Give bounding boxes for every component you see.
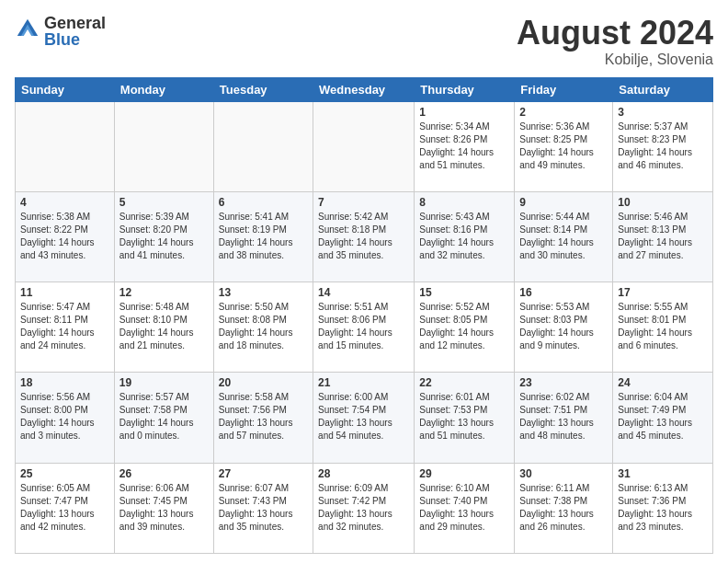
calendar-cell-2-6: 17Sunrise: 5:55 AM Sunset: 8:01 PM Dayli… [613,282,713,373]
calendar-cell-2-1: 12Sunrise: 5:48 AM Sunset: 8:10 PM Dayli… [114,282,213,373]
day-number-22: 22 [419,376,509,389]
calendar-cell-3-4: 22Sunrise: 6:01 AM Sunset: 7:53 PM Dayli… [415,373,515,463]
day-info-2: Sunrise: 5:36 AM Sunset: 8:25 PM Dayligh… [519,121,608,172]
day-info-28: Sunrise: 6:09 AM Sunset: 7:42 PM Dayligh… [318,482,409,534]
day-info-10: Sunrise: 5:46 AM Sunset: 8:13 PM Dayligh… [618,211,708,262]
day-number-21: 21 [318,376,409,389]
col-wednesday: Wednesday [313,77,415,101]
calendar-cell-2-5: 16Sunrise: 5:53 AM Sunset: 8:03 PM Dayli… [515,282,613,373]
calendar-row-2: 4Sunrise: 5:38 AM Sunset: 8:22 PM Daylig… [16,191,713,282]
day-number-23: 23 [519,376,608,389]
calendar-table: Sunday Monday Tuesday Wednesday Thursday… [15,77,713,554]
day-info-23: Sunrise: 6:02 AM Sunset: 7:51 PM Dayligh… [519,391,608,442]
day-info-9: Sunrise: 5:44 AM Sunset: 8:14 PM Dayligh… [519,211,608,262]
day-number-12: 12 [119,286,209,299]
col-tuesday: Tuesday [213,77,313,101]
page: General Blue August 2024 Kobilje, Sloven… [0,0,728,563]
day-number-6: 6 [219,196,308,209]
day-number-25: 25 [20,467,109,480]
day-info-30: Sunrise: 6:11 AM Sunset: 7:38 PM Dayligh… [519,482,608,534]
calendar-cell-2-0: 11Sunrise: 5:47 AM Sunset: 8:11 PM Dayli… [16,282,115,373]
calendar-cell-4-6: 31Sunrise: 6:13 AM Sunset: 7:36 PM Dayli… [613,463,713,553]
calendar-cell-1-3: 7Sunrise: 5:42 AM Sunset: 8:18 PM Daylig… [313,191,415,282]
day-number-19: 19 [119,376,209,389]
location: Kobilje, Slovenia [517,52,713,68]
day-info-22: Sunrise: 6:01 AM Sunset: 7:53 PM Dayligh… [419,391,509,442]
calendar-cell-3-5: 23Sunrise: 6:02 AM Sunset: 7:51 PM Dayli… [515,373,613,463]
header: General Blue August 2024 Kobilje, Sloven… [15,15,713,68]
day-info-18: Sunrise: 5:56 AM Sunset: 8:00 PM Dayligh… [20,391,109,442]
logo-blue-text: Blue [44,31,106,48]
day-info-14: Sunrise: 5:51 AM Sunset: 8:06 PM Dayligh… [318,301,409,352]
title-area: August 2024 Kobilje, Slovenia [517,15,713,68]
calendar-row-5: 25Sunrise: 6:05 AM Sunset: 7:47 PM Dayli… [16,463,713,553]
calendar-cell-0-0 [16,101,115,191]
day-info-29: Sunrise: 6:10 AM Sunset: 7:40 PM Dayligh… [419,482,509,534]
calendar-cell-3-3: 21Sunrise: 6:00 AM Sunset: 7:54 PM Dayli… [313,373,415,463]
day-number-3: 3 [618,106,708,119]
day-number-5: 5 [119,196,209,209]
col-monday: Monday [114,77,213,101]
day-info-13: Sunrise: 5:50 AM Sunset: 8:08 PM Dayligh… [219,301,308,352]
day-number-8: 8 [419,196,509,209]
day-number-7: 7 [318,196,409,209]
day-info-5: Sunrise: 5:39 AM Sunset: 8:20 PM Dayligh… [119,211,209,262]
calendar-cell-1-6: 10Sunrise: 5:46 AM Sunset: 8:13 PM Dayli… [613,191,713,282]
day-info-4: Sunrise: 5:38 AM Sunset: 8:22 PM Dayligh… [20,211,109,262]
calendar-row-1: 1Sunrise: 5:34 AM Sunset: 8:26 PM Daylig… [16,101,713,191]
day-number-10: 10 [618,196,708,209]
day-number-4: 4 [20,196,109,209]
day-info-15: Sunrise: 5:52 AM Sunset: 8:05 PM Dayligh… [419,301,509,352]
calendar-cell-0-2 [213,101,313,191]
day-info-1: Sunrise: 5:34 AM Sunset: 8:26 PM Dayligh… [419,121,509,172]
calendar-cell-0-1 [114,101,213,191]
day-number-15: 15 [419,286,509,299]
day-number-31: 31 [618,467,708,480]
calendar-cell-3-0: 18Sunrise: 5:56 AM Sunset: 8:00 PM Dayli… [16,373,115,463]
calendar-row-4: 18Sunrise: 5:56 AM Sunset: 8:00 PM Dayli… [16,373,713,463]
calendar-cell-1-4: 8Sunrise: 5:43 AM Sunset: 8:16 PM Daylig… [415,191,515,282]
day-number-26: 26 [119,467,209,480]
calendar-cell-4-5: 30Sunrise: 6:11 AM Sunset: 7:38 PM Dayli… [515,463,613,553]
logo-icon [15,17,40,42]
day-info-25: Sunrise: 6:05 AM Sunset: 7:47 PM Dayligh… [20,482,109,534]
col-thursday: Thursday [415,77,515,101]
day-info-21: Sunrise: 6:00 AM Sunset: 7:54 PM Dayligh… [318,391,409,442]
calendar-row-3: 11Sunrise: 5:47 AM Sunset: 8:11 PM Dayli… [16,282,713,373]
calendar-cell-0-5: 2Sunrise: 5:36 AM Sunset: 8:25 PM Daylig… [515,101,613,191]
day-number-20: 20 [219,376,308,389]
day-info-6: Sunrise: 5:41 AM Sunset: 8:19 PM Dayligh… [219,211,308,262]
day-info-3: Sunrise: 5:37 AM Sunset: 8:23 PM Dayligh… [618,121,708,172]
month-year: August 2024 [517,15,713,52]
day-number-24: 24 [618,376,708,389]
calendar-cell-2-4: 15Sunrise: 5:52 AM Sunset: 8:05 PM Dayli… [415,282,515,373]
calendar-cell-4-4: 29Sunrise: 6:10 AM Sunset: 7:40 PM Dayli… [415,463,515,553]
calendar-cell-4-0: 25Sunrise: 6:05 AM Sunset: 7:47 PM Dayli… [16,463,115,553]
day-info-8: Sunrise: 5:43 AM Sunset: 8:16 PM Dayligh… [419,211,509,262]
calendar-cell-4-3: 28Sunrise: 6:09 AM Sunset: 7:42 PM Dayli… [313,463,415,553]
day-info-31: Sunrise: 6:13 AM Sunset: 7:36 PM Dayligh… [618,482,708,534]
day-info-19: Sunrise: 5:57 AM Sunset: 7:58 PM Dayligh… [119,391,209,442]
day-info-24: Sunrise: 6:04 AM Sunset: 7:49 PM Dayligh… [618,391,708,442]
calendar-cell-3-1: 19Sunrise: 5:57 AM Sunset: 7:58 PM Dayli… [114,373,213,463]
day-info-16: Sunrise: 5:53 AM Sunset: 8:03 PM Dayligh… [519,301,608,352]
day-number-2: 2 [519,106,608,119]
logo-general-text: General [44,15,106,31]
day-number-28: 28 [318,467,409,480]
col-saturday: Saturday [613,77,713,101]
day-info-27: Sunrise: 6:07 AM Sunset: 7:43 PM Dayligh… [219,482,308,534]
calendar-cell-3-2: 20Sunrise: 5:58 AM Sunset: 7:56 PM Dayli… [213,373,313,463]
day-number-30: 30 [519,467,608,480]
day-info-26: Sunrise: 6:06 AM Sunset: 7:45 PM Dayligh… [119,482,209,534]
col-sunday: Sunday [16,77,115,101]
day-info-12: Sunrise: 5:48 AM Sunset: 8:10 PM Dayligh… [119,301,209,352]
calendar-cell-0-4: 1Sunrise: 5:34 AM Sunset: 8:26 PM Daylig… [415,101,515,191]
day-number-17: 17 [618,286,708,299]
day-number-16: 16 [519,286,608,299]
day-info-7: Sunrise: 5:42 AM Sunset: 8:18 PM Dayligh… [318,211,409,262]
calendar-cell-2-2: 13Sunrise: 5:50 AM Sunset: 8:08 PM Dayli… [213,282,313,373]
calendar-cell-0-3 [313,101,415,191]
col-friday: Friday [515,77,613,101]
calendar-header-row: Sunday Monday Tuesday Wednesday Thursday… [16,77,713,101]
day-number-18: 18 [20,376,109,389]
